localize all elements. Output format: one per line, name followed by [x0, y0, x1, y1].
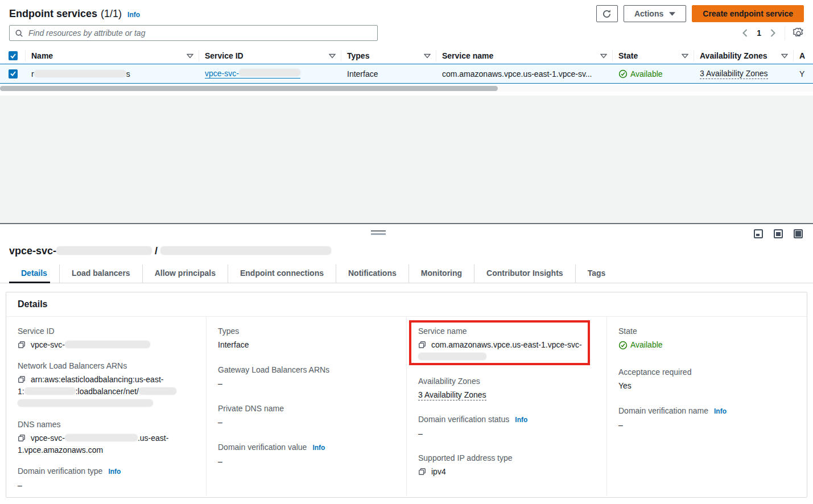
page-header: Endpoint services (1/1) Info Actions Cre…: [0, 0, 813, 25]
redacted-text: [160, 246, 331, 255]
caret-down-icon: [669, 12, 675, 16]
redacted-text: [65, 434, 138, 441]
next-page-button[interactable]: [769, 28, 777, 38]
field-domain-verification-type: Domain verification typeInfo –: [18, 465, 195, 491]
tab-tags[interactable]: Tags: [575, 265, 618, 283]
domain-verification-type-info-link[interactable]: Info: [108, 468, 121, 476]
filter-triangle-icon[interactable]: [329, 53, 336, 59]
resource-count: (1/1): [101, 8, 122, 20]
field-domain-verification-status: Domain verification statusInfo –: [418, 414, 595, 440]
previous-page-button[interactable]: [741, 28, 749, 38]
redacted-text: [18, 399, 153, 407]
redacted-text: [34, 70, 126, 77]
panel-size-large-icon[interactable]: [794, 229, 803, 238]
create-endpoint-service-button[interactable]: Create endpoint service: [692, 5, 804, 22]
tab-notifications[interactable]: Notifications: [336, 265, 408, 283]
filter-triangle-icon[interactable]: [600, 53, 607, 59]
current-page-number[interactable]: 1: [757, 28, 761, 38]
status-available-icon: [618, 341, 628, 350]
filter-triangle-icon[interactable]: [424, 53, 431, 59]
title-group: Endpoint services (1/1) Info: [9, 8, 140, 20]
table-row[interactable]: rs vpce-svc- Interface com.amazonaws.vpc…: [0, 64, 813, 84]
field-network-load-balancers-arns: Network Load Balancers ARNs arn:aws:elas…: [18, 360, 195, 410]
search-input[interactable]: [27, 28, 372, 38]
tab-allow-principals[interactable]: Allow principals: [142, 265, 228, 283]
header-actions: Actions Create endpoint service: [596, 5, 804, 22]
filter-triangle-icon[interactable]: [781, 53, 788, 59]
tab-load-balancers[interactable]: Load balancers: [59, 265, 142, 283]
details-column-3: Service name com.amazonaws.vpce.us-east-…: [406, 317, 606, 495]
checkbox-checked-icon[interactable]: [9, 51, 18, 60]
column-header-name[interactable]: Name: [26, 48, 199, 64]
table-preferences-gear-icon[interactable]: [793, 28, 804, 39]
filter-triangle-icon[interactable]: [187, 53, 193, 59]
actions-button[interactable]: Actions: [624, 5, 686, 22]
column-header-state[interactable]: State: [613, 48, 694, 64]
tab-monitoring[interactable]: Monitoring: [408, 265, 474, 283]
actions-button-label: Actions: [634, 9, 663, 18]
domain-verification-name-info-link[interactable]: Info: [714, 407, 727, 415]
detail-split-panel: vpce-svc- / Details Load balancers Allow…: [0, 223, 813, 503]
column-header-acceptance-clipped[interactable]: A: [794, 48, 813, 64]
details-card-header: Details: [6, 292, 807, 317]
availability-zones-popover-link[interactable]: 3 Availability Zones: [700, 69, 768, 79]
details-column-1: Service ID vpce-svc- Network Load Balanc…: [6, 317, 206, 495]
copy-icon[interactable]: [18, 341, 26, 349]
copy-icon[interactable]: [418, 341, 426, 349]
service-id-link[interactable]: vpce-svc-: [205, 69, 300, 79]
copy-icon[interactable]: [418, 468, 426, 476]
availability-zones-popover-link[interactable]: 3 Availability Zones: [418, 390, 486, 400]
row-state-cell: Available: [613, 64, 694, 83]
endpoint-services-table: Name Service ID Types Service name State…: [0, 48, 813, 92]
endpoint-services-list-section: Endpoint services (1/1) Info Actions Cre…: [0, 0, 813, 96]
refresh-icon: [602, 9, 612, 19]
domain-verification-status-info-link[interactable]: Info: [515, 416, 527, 424]
panel-title: vpce-svc- /: [9, 245, 804, 257]
tab-details[interactable]: Details: [9, 265, 59, 283]
field-types: Types Interface: [218, 325, 395, 351]
redacted-text: [239, 69, 300, 76]
select-all-checkbox[interactable]: [0, 48, 26, 64]
details-column-2: Types Interface Gateway Load Balancers A…: [206, 317, 406, 495]
redacted-text: [65, 341, 150, 348]
field-dns-names: DNS names vpce-svc-.us-east- 1.vpce.amaz…: [18, 419, 195, 456]
background-spacer: [0, 96, 813, 223]
details-column-4: State Available Acceptance required Yes: [606, 317, 807, 495]
row-checkbox-checked[interactable]: [9, 69, 18, 79]
column-header-service-id[interactable]: Service ID: [199, 48, 341, 64]
details-card: Details Service ID vpce-svc- Network Loa…: [6, 292, 807, 498]
copy-icon[interactable]: [18, 434, 26, 442]
page-title: Endpoint services: [9, 8, 97, 20]
column-header-service-name[interactable]: Service name: [436, 48, 613, 64]
filter-triangle-icon[interactable]: [682, 53, 688, 59]
field-gateway-load-balancers-arns: Gateway Load Balancers ARNs –: [218, 364, 395, 390]
split-panel-size-controls: [754, 229, 803, 238]
redacted-text: [139, 387, 176, 395]
row-availability-zones-cell: 3 Availability Zones: [694, 64, 794, 83]
toolbar-divider: [785, 26, 785, 40]
panel-size-small-icon[interactable]: [754, 229, 763, 238]
tab-endpoint-connections[interactable]: Endpoint connections: [228, 265, 336, 283]
status-badge: Available: [630, 69, 663, 79]
field-supported-ip-address-type: Supported IP address type ipv4: [418, 452, 595, 478]
field-service-id: Service ID vpce-svc-: [18, 325, 195, 351]
table-toolbar: 1: [0, 25, 813, 48]
status-available-icon: [618, 69, 628, 79]
create-endpoint-service-label: Create endpoint service: [703, 9, 793, 18]
column-header-availability-zones[interactable]: Availability Zones: [694, 48, 794, 64]
copy-icon[interactable]: [18, 375, 26, 383]
panel-size-medium-icon[interactable]: [774, 229, 783, 238]
redacted-text: [418, 353, 486, 360]
column-header-types[interactable]: Types: [341, 48, 436, 64]
horizontal-scrollbar-thumb[interactable]: [0, 86, 498, 91]
refresh-button[interactable]: [596, 5, 618, 22]
row-acceptance-cell-clipped: Y: [794, 64, 813, 83]
split-panel-drag-handle[interactable]: [371, 230, 386, 235]
search-box: [9, 25, 378, 41]
field-domain-verification-value: Domain verification valueInfo –: [218, 441, 395, 468]
title-info-link[interactable]: Info: [127, 11, 140, 19]
domain-verification-value-info-link[interactable]: Info: [312, 444, 325, 452]
tab-contributor-insights[interactable]: Contributor Insights: [474, 265, 575, 283]
field-availability-zones: Availability Zones 3 Availability Zones: [418, 375, 595, 401]
horizontal-scrollbar-track[interactable]: [0, 86, 813, 92]
